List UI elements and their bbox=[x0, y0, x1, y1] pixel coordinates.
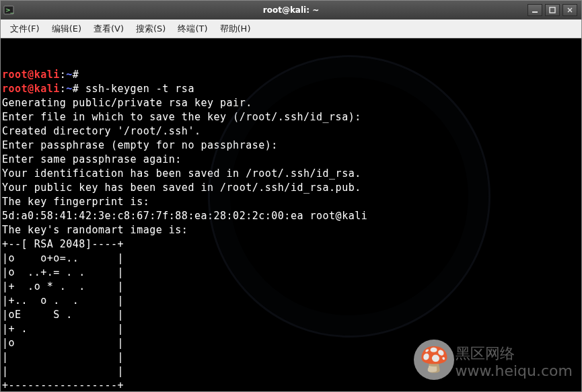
window-title: root@kali: ~ bbox=[1, 5, 581, 15]
prompt-hash: # bbox=[73, 83, 79, 95]
prompt-sep: : bbox=[60, 69, 67, 81]
prompt-path: ~ bbox=[66, 83, 73, 95]
prompt-user: root@kali bbox=[2, 83, 60, 95]
randomart-line: |o o+o=.. | bbox=[2, 252, 124, 264]
terminal-area[interactable]: root@kali:~# root@kali:~# ssh-keygen -t … bbox=[1, 38, 581, 391]
prompt-sep: : bbox=[60, 83, 67, 95]
prompt-user: root@kali bbox=[2, 69, 60, 81]
output-line: Generating public/private rsa key pair. bbox=[2, 97, 252, 109]
menu-edit[interactable]: 编辑(E) bbox=[46, 21, 87, 37]
watermark-icon: 🍄 bbox=[414, 340, 454, 380]
prompt-path: ~ bbox=[66, 69, 73, 81]
watermark-line2: www.heiqu.com bbox=[456, 362, 573, 380]
minimize-button[interactable] bbox=[528, 4, 542, 16]
menu-search[interactable]: 搜索(S) bbox=[131, 21, 171, 37]
randomart-line: +--[ RSA 2048]----+ bbox=[2, 238, 124, 250]
prompt-hash: # bbox=[73, 69, 79, 81]
close-button[interactable] bbox=[562, 4, 577, 16]
randomart-line: |+.. o . . | bbox=[2, 295, 124, 307]
menu-file[interactable]: 文件(F) bbox=[5, 21, 45, 37]
output-line: Enter same passphrase again: bbox=[2, 153, 182, 165]
randomart-line: |+ .o * . . | bbox=[2, 280, 124, 292]
randomart-line: |o | bbox=[2, 337, 124, 349]
menubar: 文件(F) 编辑(E) 查看(V) 搜索(S) 终端(T) 帮助(H) bbox=[1, 19, 581, 38]
cmd-ssh-keygen: ssh-keygen -t rsa bbox=[85, 83, 194, 95]
watermark-text: 黑区网络 www.heiqu.com bbox=[456, 345, 573, 380]
menu-view[interactable]: 查看(V) bbox=[88, 21, 129, 37]
output-line: Your identification has been saved in /r… bbox=[2, 167, 361, 180]
randomart-line: |+ . | bbox=[2, 323, 124, 335]
window-titlebar: >_ root@kali: ~ bbox=[1, 1, 581, 19]
output-line: 5d:a0:58:41:42:3e:c8:67:7f:88:ea:28:02:2… bbox=[2, 210, 367, 222]
svg-rect-2 bbox=[532, 11, 538, 13]
output-line: The key's randomart image is: bbox=[2, 224, 188, 236]
randomart-line: |oE S . | bbox=[2, 309, 124, 321]
output-line: Your public key has been saved in /root/… bbox=[2, 182, 361, 194]
randomart-line: |o ..+.= . . | bbox=[2, 266, 124, 278]
randomart-line: | | bbox=[2, 365, 124, 377]
watermark-line1: 黑区网络 bbox=[456, 345, 573, 362]
menu-terminal[interactable]: 终端(T) bbox=[172, 21, 213, 37]
randomart-line: +-----------------+ bbox=[2, 379, 124, 391]
randomart-line: | | bbox=[2, 351, 124, 363]
maximize-button[interactable] bbox=[545, 4, 560, 16]
output-line: Enter file in which to save the key (/ro… bbox=[2, 111, 361, 123]
output-line: Created directory '/root/.ssh'. bbox=[2, 125, 201, 137]
output-line: The key fingerprint is: bbox=[2, 196, 149, 208]
output-line: Enter passphrase (empty for no passphras… bbox=[2, 139, 278, 151]
svg-rect-3 bbox=[550, 7, 555, 13]
menu-help[interactable]: 帮助(H) bbox=[215, 21, 256, 37]
